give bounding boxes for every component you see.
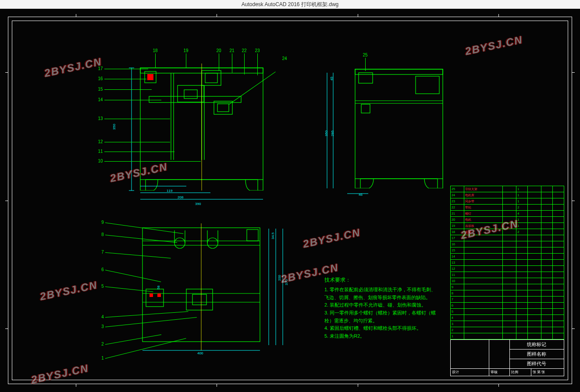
- bom-cell: [464, 278, 503, 284]
- bom-cell: [541, 198, 553, 205]
- callout-21: 21: [228, 48, 236, 53]
- bom-cell: [516, 266, 528, 272]
- bom-cell: [528, 315, 541, 321]
- bom-cell: [553, 284, 564, 290]
- bom-cell: [516, 247, 528, 254]
- bom-cell: [464, 303, 503, 309]
- bom-cell: 1: [516, 223, 528, 229]
- tech-req-4: 4. 紧固后螺钉槽、螺钉和螺栓头部不得损坏。: [324, 325, 438, 332]
- bom-cell: [503, 192, 516, 198]
- tb-code-label: 图样代号: [509, 359, 564, 368]
- bom-cell: [516, 241, 528, 247]
- callout-23: 23: [253, 48, 261, 53]
- bom-cell: [503, 266, 516, 272]
- bom-cell: [541, 211, 553, 217]
- bom-cell: 带轮: [464, 205, 503, 211]
- bom-cell: [553, 278, 564, 284]
- bom-cell: [516, 235, 528, 241]
- bom-cell: [528, 229, 541, 235]
- bom-cell: [553, 241, 564, 247]
- bom-cell: 1: [516, 186, 528, 192]
- callout-13: 13: [96, 116, 104, 121]
- bom-cell: [528, 290, 541, 297]
- bom-cell: 20: [451, 217, 464, 223]
- bom-cell: [528, 223, 541, 229]
- bom-cell: [541, 327, 553, 333]
- bom-cell: 10: [451, 278, 464, 284]
- bom-cell: [528, 211, 541, 217]
- callout-20: 20: [215, 48, 223, 53]
- tb-name-label: 图样名称: [509, 349, 564, 359]
- bom-cell: [553, 303, 564, 309]
- bom-cell: [541, 186, 553, 192]
- side-view: 45 295 350 46 25: [342, 61, 447, 188]
- dim-top-sp: 58: [157, 286, 160, 290]
- bom-cell: [516, 297, 528, 303]
- tb-checked: 审核: [489, 368, 510, 376]
- tech-req-2: 2. 装配过程中零件不允许磕、碰、划伤和腐蚀。: [324, 301, 438, 309]
- bom-cell: [528, 247, 541, 254]
- dim-side-w1: 46: [359, 193, 363, 197]
- bom-cell: [464, 321, 503, 327]
- bom-cell: [541, 315, 553, 321]
- bom-cell: [528, 297, 541, 303]
- tech-req-5: 5. 未注圆角为R2。: [324, 332, 438, 340]
- tech-req-1: 1. 零件在装配前必须清理和清洗干净，不得有毛刺、飞边、切屑、擦伤、划痕等损坏零…: [324, 286, 438, 301]
- bom-cell: 2: [451, 327, 464, 333]
- bom-cell: [503, 321, 516, 327]
- bom-cell: [503, 315, 516, 321]
- bom-cell: [464, 272, 503, 278]
- bom-cell: [516, 309, 528, 315]
- bom-cell: [541, 254, 553, 260]
- bom-cell: [464, 315, 503, 321]
- bom-cell: [464, 327, 503, 333]
- bom-cell: 1: [516, 198, 528, 205]
- bom-cell: [528, 272, 541, 278]
- bom-cell: [464, 241, 503, 247]
- bom-cell: [516, 321, 528, 327]
- bom-cell: [503, 223, 516, 229]
- bom-cell: [528, 260, 541, 266]
- dim-front-h: 350: [112, 124, 116, 130]
- bom-cell: 电机座: [464, 192, 503, 198]
- bom-cell: [553, 235, 564, 241]
- bom-cell: [516, 333, 528, 339]
- dim-front-w3: 390: [195, 202, 201, 206]
- bom-cell: [528, 284, 541, 290]
- dim-front-w2: 208: [178, 195, 183, 199]
- bom-cell: [541, 266, 553, 272]
- bom-table: 25导轨支架124电机座123同步带122带轮221螺钉420电机119连接板1…: [450, 186, 564, 339]
- bom-cell: [503, 205, 516, 211]
- callout-17: 17: [96, 66, 104, 71]
- bom-cell: [503, 247, 516, 254]
- dim-front-w1: 119: [167, 189, 172, 193]
- cad-canvas[interactable]: 350 390 208 119 17 16 15 14 13 12 11 10 …: [0, 9, 580, 392]
- tb-mark: 统称标记: [509, 340, 564, 350]
- bom-cell: [528, 266, 541, 272]
- bom-cell: [528, 327, 541, 333]
- technical-requirements: 技术要求： 1. 零件在装配前必须清理和清洗干净，不得有毛刺、飞边、切屑、擦伤、…: [324, 276, 438, 340]
- bom-cell: [516, 272, 528, 278]
- bom-cell: [503, 254, 516, 260]
- bom-cell: [503, 217, 516, 223]
- callout-25: 25: [361, 53, 369, 57]
- bom-cell: 2: [516, 205, 528, 211]
- bom-cell: [541, 333, 553, 339]
- bom-cell: [464, 309, 503, 315]
- bom-cell: 24: [451, 192, 464, 198]
- bom-cell: [516, 278, 528, 284]
- bom-cell: [503, 272, 516, 278]
- bom-cell: [553, 198, 564, 205]
- bom-cell: 2: [516, 229, 528, 235]
- bom-cell: 18: [451, 229, 464, 235]
- bom-cell: [503, 235, 516, 241]
- bom-cell: [516, 327, 528, 333]
- callout-19: 19: [182, 48, 190, 53]
- bom-cell: 1: [451, 333, 464, 339]
- callout-10: 10: [96, 159, 104, 163]
- callout-15: 15: [96, 87, 104, 92]
- window-title: Autodesk AutoCAD 2016 打印机框架.dwg: [0, 0, 580, 9]
- bom-cell: 9: [451, 284, 464, 290]
- bom-cell: 19: [451, 223, 464, 229]
- bom-cell: 3: [451, 321, 464, 327]
